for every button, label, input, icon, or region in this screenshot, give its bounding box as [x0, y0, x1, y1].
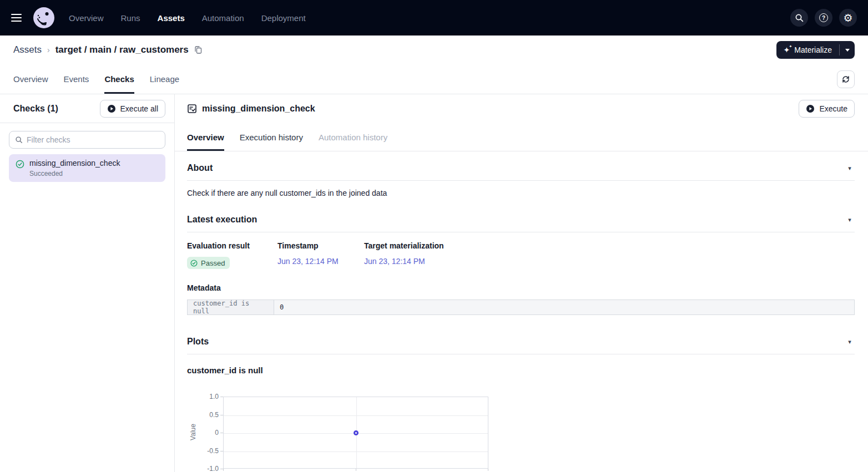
nav-item-runs[interactable]: Runs [121, 13, 140, 23]
execute-all-label: Execute all [120, 104, 158, 113]
filter-checks-input[interactable] [27, 135, 159, 144]
materialize-label: Materialize [794, 45, 832, 54]
materialize-dropdown-button[interactable] [840, 41, 855, 59]
y-tick-label: -1.0 [207, 465, 219, 472]
metadata-heading: Metadata [187, 283, 855, 292]
check-detail-tabs: Overview Execution history Automation hi… [175, 123, 868, 151]
breadcrumb-separator: › [47, 45, 50, 54]
sparkle-icon: ✦ [784, 46, 790, 54]
check-list-item[interactable]: missing_dimension_check Succeeded [9, 154, 165, 182]
passed-badge: Passed [187, 257, 230, 269]
body: Checks (1) Execute all [0, 94, 868, 472]
check-description: Check if there are any null customer_ids… [187, 189, 855, 197]
app-window: Overview Runs Assets Automation Deployme… [0, 0, 868, 472]
about-section-header: About ▾ [187, 160, 855, 176]
tab-execution-history[interactable]: Execution history [240, 123, 303, 151]
tab-events[interactable]: Events [64, 64, 89, 94]
materialize-button[interactable]: ✦ Materialize [776, 41, 839, 59]
y-tick-label: -0.5 [207, 447, 219, 455]
check-item-status: Succeeded [29, 170, 120, 177]
copy-icon [194, 45, 203, 54]
y-tick-mark [220, 451, 223, 451]
evaluation-result-header: Evaluation result [187, 241, 277, 250]
y-tick-label: 0 [215, 429, 219, 437]
check-detail-content: About ▾ Check if there are any null cust… [175, 151, 868, 472]
section-divider [187, 354, 855, 354]
target-materialization-link[interactable]: Jun 23, 12:14 PM [364, 257, 425, 266]
filter-checks-box [9, 131, 165, 149]
x-tick-mark [223, 469, 224, 471]
settings-button[interactable]: ⚙ [839, 9, 857, 27]
check-item-text: missing_dimension_check Succeeded [29, 159, 120, 177]
check-circle-icon [190, 260, 198, 267]
tab-check-overview[interactable]: Overview [187, 123, 224, 151]
help-button[interactable]: ? [815, 9, 832, 27]
section-divider [187, 180, 855, 181]
tab-checks[interactable]: Checks [104, 64, 134, 94]
target-materialization-column: Target materialization Jun 23, 12:14 PM [364, 241, 444, 269]
latest-execution-grid: Evaluation result Passed [187, 241, 855, 269]
y-tick-mark [220, 433, 223, 433]
latest-execution-section-header: Latest execution ▾ [187, 212, 855, 227]
checks-panel: Checks (1) Execute all [0, 94, 175, 472]
collapse-about-button[interactable]: ▾ [845, 163, 855, 173]
execute-button[interactable]: Execute [799, 100, 855, 118]
breadcrumb-row: Assets › target / main / raw_customers ✦… [0, 35, 868, 64]
play-circle-icon [806, 104, 815, 113]
y-tick-mark [220, 415, 223, 415]
dagster-logo-icon[interactable] [33, 7, 54, 28]
evaluation-result-column: Evaluation result Passed [187, 241, 277, 269]
asset-check-icon [187, 104, 197, 114]
metadata-key-cell: customer_id is null [188, 300, 274, 314]
collapse-latest-execution-button[interactable]: ▾ [845, 215, 855, 225]
data-point [354, 430, 359, 435]
y-tick-mark [220, 397, 223, 397]
chevron-down-icon [845, 49, 850, 52]
nav-links: Overview Runs Assets Automation Deployme… [69, 13, 306, 23]
metadata-value-cell: 0 [274, 300, 854, 314]
check-detail: missing_dimension_check Execute Overview… [175, 94, 868, 472]
execute-label: Execute [819, 104, 847, 113]
checks-panel-header: Checks (1) Execute all [0, 94, 174, 123]
breadcrumb-assets-link[interactable]: Assets [13, 44, 42, 55]
metric-chart: Value 1.0 0.5 0 -0.5 -1.0 [223, 397, 488, 472]
passed-label: Passed [201, 259, 225, 267]
top-nav-actions: ? ⚙ [790, 9, 857, 27]
nav-item-deployment[interactable]: Deployment [261, 13, 306, 23]
x-tick-mark [488, 469, 488, 471]
check-item-name: missing_dimension_check [29, 159, 120, 168]
search-icon [795, 13, 804, 23]
plot-title: customer_id is null [187, 366, 855, 375]
latest-execution-heading: Latest execution [187, 215, 257, 225]
gear-icon: ⚙ [843, 13, 852, 23]
section-divider [187, 232, 855, 232]
target-materialization-header: Target materialization [364, 241, 444, 250]
refresh-icon [841, 75, 850, 84]
y-tick-label: 0.5 [209, 411, 219, 419]
tab-lineage[interactable]: Lineage [150, 64, 179, 94]
asset-tabs: Overview Events Checks Lineage [0, 64, 868, 94]
y-axis-label: Value [189, 424, 197, 440]
plots-section-header: Plots ▾ [187, 334, 855, 349]
timestamp-link[interactable]: Jun 23, 12:14 PM [277, 257, 339, 266]
nav-item-overview[interactable]: Overview [69, 13, 104, 23]
nav-item-assets[interactable]: Assets [158, 13, 185, 23]
hamburger-menu-icon[interactable] [11, 10, 27, 26]
search-icon [15, 136, 23, 144]
timestamp-column: Timestamp Jun 23, 12:14 PM [277, 241, 364, 269]
tab-automation-history[interactable]: Automation history [319, 123, 387, 151]
tab-overview[interactable]: Overview [13, 64, 48, 94]
check-circle-icon [16, 160, 24, 169]
nav-item-automation[interactable]: Automation [202, 13, 244, 23]
metadata-table: customer_id is null 0 [187, 300, 855, 315]
execute-all-button[interactable]: Execute all [100, 100, 165, 118]
top-nav: Overview Runs Assets Automation Deployme… [0, 0, 868, 35]
collapse-plots-button[interactable]: ▾ [845, 337, 855, 347]
copy-button[interactable] [194, 45, 203, 54]
asset-key-path: target / main / raw_customers [55, 44, 189, 55]
help-icon: ? [819, 13, 828, 22]
search-button[interactable] [790, 9, 808, 27]
refresh-button[interactable] [837, 70, 855, 88]
checks-count-title: Checks (1) [13, 104, 58, 114]
plots-heading: Plots [187, 337, 209, 347]
